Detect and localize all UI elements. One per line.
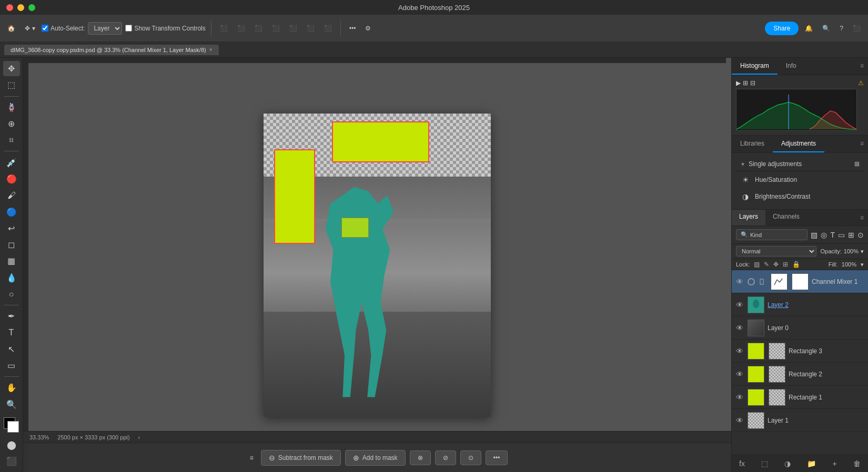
panel-collapse-button[interactable]: ≡ bbox=[856, 58, 868, 75]
histogram-tab[interactable]: Histogram bbox=[732, 58, 778, 75]
minimize-button[interactable] bbox=[17, 4, 24, 11]
fill-arrow[interactable]: ▾ bbox=[861, 261, 864, 268]
adjustment-filter-icon[interactable]: ◎ bbox=[821, 231, 827, 239]
canvas-area[interactable]: ≡ ⊖ Subtract from mask ⊕ Add to mask ⊗ ⊘… bbox=[23, 58, 731, 472]
layer-kind-filter[interactable]: 🔍 Kind bbox=[736, 229, 808, 240]
visibility-eye-rect1[interactable]: 👁 bbox=[735, 393, 744, 402]
layer-item[interactable]: 👁 Rectangle 1 bbox=[732, 386, 868, 409]
blur-tool[interactable]: 💧 bbox=[3, 270, 20, 285]
grid-icon[interactable]: ⊞ bbox=[854, 160, 860, 168]
pixel-filter-icon[interactable]: ▨ bbox=[811, 231, 817, 239]
gradient-tool[interactable]: ▦ bbox=[3, 253, 20, 269]
move-tool[interactable]: ✥ bbox=[3, 61, 20, 76]
align-center-button[interactable]: ⬛ bbox=[234, 23, 248, 34]
lock-position-icon[interactable]: ✎ bbox=[764, 261, 769, 268]
more-options-button[interactable]: ••• bbox=[346, 23, 359, 34]
layer-item[interactable]: 👁 Rectangle 3 bbox=[732, 340, 868, 363]
hand-tool[interactable]: ✋ bbox=[3, 380, 20, 395]
delete-layer-button[interactable]: 🗑 bbox=[850, 458, 864, 469]
nav-arrow[interactable]: › bbox=[138, 434, 140, 440]
help-button[interactable]: ? bbox=[836, 23, 846, 34]
clone-stamp-tool[interactable]: 🔵 bbox=[3, 204, 20, 219]
new-layer-button[interactable]: + bbox=[830, 458, 840, 469]
marquee-tool[interactable]: ⬚ bbox=[3, 77, 20, 93]
lock-move-icon[interactable]: ✥ bbox=[773, 261, 779, 268]
document-tab[interactable]: dIMG_3608-copy copy.psdm.psd @ 33.3% (Ch… bbox=[4, 45, 219, 55]
healing-brush-tool[interactable]: 🔴 bbox=[3, 171, 20, 187]
visibility-eye-layer0[interactable]: 👁 bbox=[735, 324, 744, 332]
align-right-button[interactable]: ⬛ bbox=[251, 23, 266, 34]
layers-icon[interactable]: ⊞ bbox=[743, 79, 748, 87]
align-left-button[interactable]: ⬛ bbox=[217, 23, 231, 34]
libraries-tab[interactable]: Libraries bbox=[732, 136, 773, 152]
visibility-eye-rect3[interactable]: 👁 bbox=[735, 347, 744, 355]
crop-tool[interactable]: ⌗ bbox=[3, 132, 20, 148]
layers-tab[interactable]: Layers bbox=[732, 210, 765, 225]
layer-item[interactable]: 👁 Layer 2 bbox=[732, 293, 868, 316]
search-button[interactable]: 🔍 bbox=[819, 23, 833, 34]
visibility-eye-channel-mixer[interactable]: 👁 bbox=[735, 278, 744, 286]
dodge-tool[interactable]: ○ bbox=[3, 286, 20, 302]
align-bottom-button[interactable]: ⬛ bbox=[304, 23, 318, 34]
layer-fx-button[interactable]: fx bbox=[736, 458, 748, 469]
path-select-tool[interactable]: ↖ bbox=[3, 342, 20, 357]
layer-item[interactable]: 👁 bbox=[732, 270, 868, 293]
transform-controls-checkbox[interactable] bbox=[125, 25, 132, 32]
shape-filter-icon[interactable]: ▭ bbox=[838, 231, 845, 239]
quick-mask-button[interactable]: ⬤ bbox=[3, 437, 20, 452]
distribute-button[interactable]: ⬛ bbox=[321, 23, 335, 34]
hue-saturation-item[interactable]: ☀ Hue/Saturation bbox=[736, 171, 864, 188]
quick-select-tool[interactable]: ⊕ bbox=[3, 116, 20, 131]
invert-mask-button[interactable]: ⊙ bbox=[460, 450, 481, 465]
brightness-contrast-item[interactable]: ◑ Brightness/Contrast bbox=[736, 188, 864, 205]
foreground-color[interactable] bbox=[4, 417, 15, 429]
brush-tool[interactable]: 🖌 bbox=[3, 188, 20, 203]
canvas-menu-button[interactable]: ≡ bbox=[247, 452, 257, 464]
more-mask-options-button[interactable]: ••• bbox=[486, 450, 508, 465]
adjustments-tab[interactable]: Adjustments bbox=[773, 136, 824, 152]
opacity-arrow[interactable]: ▾ bbox=[861, 248, 864, 255]
adj-panel-collapse[interactable]: ≡ bbox=[856, 136, 868, 152]
layers-collapse-btn[interactable]: ≡ bbox=[856, 210, 868, 225]
auto-select-type[interactable]: Layer bbox=[88, 22, 122, 35]
opacity-value[interactable]: 100% bbox=[844, 248, 859, 254]
home-button[interactable]: 🏠 bbox=[4, 23, 18, 34]
eyedropper-tool[interactable]: 💉 bbox=[3, 155, 20, 170]
visibility-eye-rect2[interactable]: 👁 bbox=[735, 370, 744, 378]
add-mask-button[interactable]: ⬚ bbox=[758, 458, 771, 469]
lock-artboard-icon[interactable]: ⊞ bbox=[783, 261, 788, 268]
auto-select-checkbox[interactable] bbox=[42, 25, 48, 32]
shape-tool[interactable]: ▭ bbox=[3, 358, 20, 373]
add-to-mask-button[interactable]: ⊕ Add to mask bbox=[345, 450, 406, 466]
single-adjustments-header[interactable]: ▼ Single adjustments ⊞ bbox=[736, 157, 864, 171]
history-brush-tool[interactable]: ↩ bbox=[3, 221, 20, 236]
align-middle-button[interactable]: ⬛ bbox=[286, 23, 300, 34]
smartobj-filter-icon[interactable]: ⊞ bbox=[848, 231, 854, 239]
lock-all-icon[interactable]: 🔒 bbox=[792, 261, 800, 268]
new-adjustment-button[interactable]: ◑ bbox=[781, 458, 794, 469]
align-top-button[interactable]: ⬛ bbox=[269, 23, 283, 34]
layer-item[interactable]: 👁 Layer 0 bbox=[732, 316, 868, 340]
close-button[interactable] bbox=[6, 4, 13, 11]
color-selector[interactable] bbox=[4, 417, 19, 432]
adj-icon[interactable]: ⊟ bbox=[750, 79, 755, 87]
visibility-eye-layer1[interactable]: 👁 bbox=[735, 416, 744, 425]
play-icon[interactable]: ▶ bbox=[736, 79, 741, 87]
settings-button[interactable]: ⚙ bbox=[362, 23, 374, 34]
info-tab[interactable]: Info bbox=[778, 58, 805, 75]
channels-tab[interactable]: Channels bbox=[765, 210, 807, 225]
close-tab-button[interactable]: × bbox=[209, 47, 213, 53]
notifications-button[interactable]: 🔔 bbox=[802, 23, 816, 34]
layer-item[interactable]: 👁 Rectangle 2 bbox=[732, 363, 868, 386]
visibility-eye-layer2[interactable]: 👁 bbox=[735, 301, 744, 309]
screen-mode-button[interactable]: ⬛ bbox=[3, 454, 20, 469]
arrange-button[interactable]: ⬛ bbox=[850, 23, 864, 34]
lock-pixels-icon[interactable]: ▨ bbox=[754, 261, 760, 268]
share-button[interactable]: Share bbox=[765, 22, 799, 35]
filter-toggle[interactable]: ⊙ bbox=[857, 231, 864, 239]
zoom-tool[interactable]: 🔍 bbox=[3, 397, 20, 412]
background-color[interactable] bbox=[7, 421, 19, 433]
maximize-button[interactable] bbox=[28, 4, 35, 11]
subtract2-mask-button[interactable]: ⊘ bbox=[435, 450, 456, 465]
eraser-tool[interactable]: ◻ bbox=[3, 237, 20, 252]
